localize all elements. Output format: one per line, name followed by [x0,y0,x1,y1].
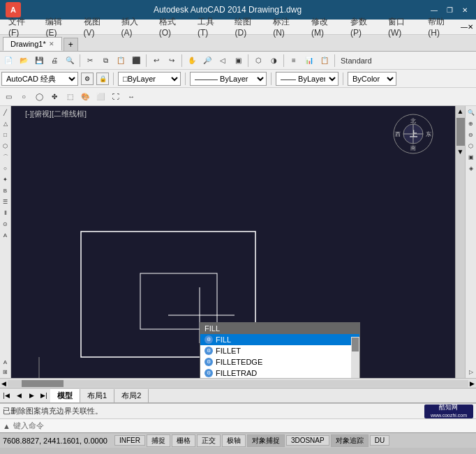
autocomplete-dropdown[interactable]: FILL ⚙ FILL ⚙ FILLET ⚙ FILLETEDGE ⚙ FILL… [200,322,360,378]
menu-tools[interactable]: 工具(T) [192,15,229,39]
copy-btn[interactable]: ⧉ [98,54,112,68]
sheet-layout2[interactable]: 布局2 [114,389,149,402]
sheet-nav-first[interactable]: |◀ [1,391,11,400]
autocomplete-scrollbar[interactable] [351,337,359,378]
open-btn[interactable]: 📂 [17,54,31,68]
polar-btn[interactable]: 极轴 [222,434,246,447]
sheet-layout1[interactable]: 布局1 [80,389,114,402]
menu-param[interactable]: 参数(P) [345,15,382,39]
menu-dimension[interactable]: 标注(N) [267,15,306,39]
icon-r2-3[interactable]: ◯ [32,90,46,104]
pan-btn[interactable]: ✋ [185,54,199,68]
ac-item-filletedge[interactable]: ⚙ FILLETEDGE [200,356,359,368]
infer-btn[interactable]: INFER [114,435,145,446]
du-btn[interactable]: DU [370,435,389,446]
left-tool-7[interactable]: ✦ [1,174,10,184]
tab-close-icon[interactable]: ✕ [49,40,54,47]
snap-btn[interactable]: 捕捉 [147,434,170,447]
left-tool-5[interactable]: ⌒ [1,152,10,162]
new-btn[interactable]: 📄 [1,54,15,68]
right-tool-5[interactable]: ▣ [466,152,476,162]
print-btn[interactable]: 🖨 [47,54,61,68]
zoom-prev-btn[interactable]: ◁ [216,54,230,68]
menu-modify[interactable]: 修改(M) [306,15,345,39]
left-tool-9[interactable]: ☰ [1,197,10,206]
cut-btn[interactable]: ✂ [83,54,97,68]
left-tool-3[interactable]: □ [1,130,10,139]
left-tool-11[interactable]: ⊙ [1,219,10,229]
print-prev-btn[interactable]: 🔍 [63,54,77,68]
vscroll-thumb[interactable] [456,118,465,146]
left-tool-bottom-2[interactable]: ⊞ [1,367,10,377]
left-tool-6[interactable]: ○ [1,163,10,173]
menu-edit[interactable]: 编辑(E) [40,15,77,39]
left-tool-10[interactable]: Ⅱ [1,208,10,218]
layer-dropdown[interactable]: □ByLayer [118,72,181,86]
icon-r2-4[interactable]: ✤ [47,90,61,104]
icon-r2-7[interactable]: ⬜ [94,90,107,104]
ac-item-filletrad[interactable]: ⚙ FILLETRAD [200,368,359,378]
right-tool-6[interactable]: ◈ [466,163,476,173]
prop-btn[interactable]: ≡ [287,54,301,68]
icon-r2-1[interactable]: ▭ [1,90,15,104]
right-tool-2[interactable]: ⊕ [466,119,476,128]
lineweight-dropdown[interactable]: —— ByLayer [276,72,339,86]
hscroll-left-btn[interactable]: ◀ [1,380,6,387]
left-tool-1[interactable]: ╱ [1,107,10,117]
sheet-nav-prev[interactable]: ◀ [14,391,24,400]
icon-r2-5[interactable]: ⬚ [63,90,77,104]
save-btn[interactable]: 💾 [32,54,46,68]
sheet-btn[interactable]: 📋 [318,54,332,68]
settings-icon-btn[interactable]: ⚙ [81,73,94,85]
workspace-dropdown[interactable]: AutoCAD 经典 [1,72,78,86]
osnap-btn[interactable]: 对象捕捉 [247,434,285,447]
zoom-window-btn[interactable]: ▣ [231,54,245,68]
menu-draw[interactable]: 绘图(D) [229,15,267,39]
sheet-model[interactable]: 模型 [50,389,80,402]
sheet-nav-last[interactable]: ▶| [39,391,49,400]
ac-item-fillet[interactable]: ⚙ FILLET [200,345,359,356]
redo-btn[interactable]: ↪ [165,54,179,68]
left-tool-2[interactable]: △ [1,119,10,128]
layer-btn[interactable]: 📊 [302,54,316,68]
canvas-area[interactable]: [-][俯视][二维线框] 北 南 西 东 上 Y X [11,106,455,378]
vscroll-up-btn[interactable]: ▲ [456,106,465,116]
shade-btn[interactable]: ◑ [267,54,281,68]
menu-close-btn[interactable]: ✕ [468,23,473,31]
minimize-button[interactable]: — [429,5,440,15]
menu-minimize-btn[interactable]: — [461,23,468,31]
vscroll-down-btn[interactable]: ▼ [456,146,465,157]
sheet-nav-next[interactable]: ▶ [27,391,36,400]
menu-insert[interactable]: 插入(A) [116,15,154,39]
3dosnap-btn[interactable]: 3DOSNAP [286,435,329,446]
canvas-vscroll[interactable]: ▲ ▼ [455,106,465,378]
icon-r2-6[interactable]: 🎨 [78,90,92,104]
left-tool-12[interactable]: A [1,230,10,240]
right-tool-3[interactable]: ⊖ [466,130,476,139]
right-tool-expand[interactable]: ▷ [466,367,476,377]
right-tool-1[interactable]: 🔍 [466,107,476,117]
menu-file[interactable]: 文件(F) [3,15,40,39]
h-scrollbar[interactable]: ◀ ▶ [0,378,476,388]
color-dropdown[interactable]: ByColor [348,72,396,86]
linetype-dropdown[interactable]: ——— ByLayer [190,72,267,86]
restore-button[interactable]: ❐ [444,5,455,15]
icon-r2-8[interactable]: ⛶ [109,90,123,104]
icon-r2-9[interactable]: ↔ [124,90,138,104]
otrack-btn[interactable]: 对象追踪 [331,434,369,447]
close-button[interactable]: ✕ [459,5,470,15]
match-prop-btn[interactable]: ⬛ [129,54,143,68]
left-tool-4[interactable]: ⬡ [1,141,10,151]
drawing-tab[interactable]: Drawing1* ✕ [3,37,62,51]
paste-btn[interactable]: 📋 [114,54,128,68]
left-tool-8[interactable]: B [1,186,10,195]
menu-help[interactable]: 帮助(H) [422,15,461,39]
right-tool-4[interactable]: ⬡ [466,141,476,151]
ac-item-fill[interactable]: ⚙ FILL [200,334,359,345]
zoom-realtime-btn[interactable]: 🔎 [200,54,214,68]
undo-btn[interactable]: ↩ [149,54,163,68]
menu-format[interactable]: 格式(O) [154,15,192,39]
3dview-btn[interactable]: ⬡ [251,54,265,68]
ortho-btn[interactable]: 正交 [197,434,221,447]
grid-btn[interactable]: 栅格 [172,434,195,447]
